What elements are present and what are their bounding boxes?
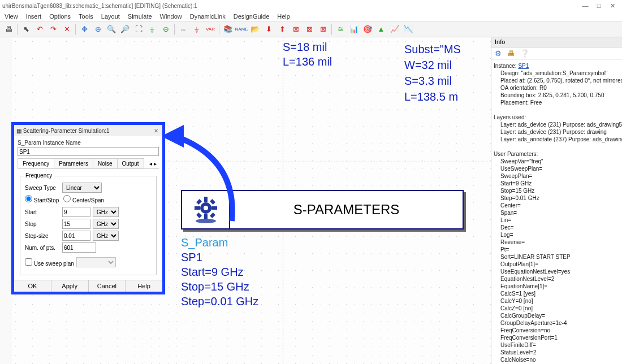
simulate-icon[interactable]: ≋ (334, 23, 347, 36)
svg-rect-1 (204, 197, 208, 202)
user-param-row: SweepVar="freq" (500, 158, 620, 165)
push-icon[interactable]: ⬇ (262, 23, 275, 36)
gear-icon (192, 196, 220, 224)
menu-tools[interactable]: Tools (79, 13, 93, 20)
radio-start-stop[interactable]: Start/Stop (25, 195, 59, 203)
delete-icon[interactable]: ✕ (61, 23, 73, 36)
select-icon[interactable]: ⬉ (20, 23, 32, 36)
instance-name: SP1 (181, 250, 258, 265)
step-field[interactable] (62, 231, 90, 241)
apply-button[interactable]: Apply (51, 280, 89, 292)
help-icon[interactable]: ❔ (520, 49, 529, 58)
print-icon[interactable]: 🖶 (2, 23, 15, 36)
instance-name-field[interactable] (18, 147, 159, 156)
user-param-row: SweepPlan= (500, 172, 620, 180)
stop-field[interactable] (62, 219, 90, 229)
wire-icon[interactable]: ⎓ (177, 23, 189, 36)
s-parameters-block[interactable]: S-PARAMETERS (181, 190, 464, 229)
pan-icon[interactable]: ⊕ (92, 23, 104, 36)
schematic-param-s2: S=3.3 mil (404, 75, 452, 88)
port-icon[interactable]: ⊖ (159, 23, 172, 36)
undo-icon[interactable]: ↶ (33, 23, 46, 36)
zoom-out-icon[interactable]: 🔎 (119, 23, 131, 36)
schematic-param-l2: L=138.5 m (404, 90, 458, 103)
tab-scroll[interactable]: ◂ ▸ (147, 161, 159, 167)
dialog-close-icon[interactable]: ✕ (152, 128, 160, 134)
short-icon[interactable]: ⊠ (303, 23, 316, 36)
data-icon[interactable]: 📉 (402, 23, 414, 36)
ground2-icon[interactable]: ⏚ (191, 23, 203, 36)
optimize-icon[interactable]: 🎯 (361, 23, 374, 36)
group-frequency-label: Frequency (24, 172, 54, 179)
dialog-titlebar[interactable]: ▦ Scattering-Parameter Simulation:1 ✕ (14, 125, 162, 136)
user-param-row: UseSweepPlan= (500, 165, 620, 172)
tab-output[interactable]: Output (117, 158, 144, 168)
user-param-row: CalcY=0 [no] (500, 297, 620, 305)
user-param-row: Sort=LINEAR START STEP (500, 253, 620, 261)
info-placement: Placement: Free (494, 99, 620, 106)
layers-head: Layers used: (494, 114, 620, 121)
user-param-row: GroupDelayAperture=1e-4 (500, 319, 620, 327)
npts-field[interactable] (62, 242, 96, 253)
menu-insert[interactable]: Insert (26, 13, 42, 20)
radio-center-span[interactable]: Center/Span (63, 195, 104, 203)
disable-icon[interactable]: ⊠ (290, 23, 302, 36)
toolbar: 🖶 ⬉ ↶ ↷ ✕ ✥ ⊕ 🔍 🔎 ⛶ ⏚ ⊖ ⎓ ⏚ VAR 📚 NAME 📂… (0, 21, 622, 37)
menu-options[interactable]: Options (49, 13, 71, 20)
svg-rect-3 (195, 206, 200, 210)
schematic-param-s: S=18 mil (283, 41, 327, 54)
zoom-fit-icon[interactable]: ⛶ (132, 23, 145, 36)
ground-icon[interactable]: ⏚ (146, 23, 158, 36)
var-icon[interactable]: VAR (204, 23, 217, 36)
user-param-row: Stop=15 GHz (500, 187, 620, 194)
info-body[interactable]: Instance: SP1 Design: "ads_simulation:S_… (491, 60, 622, 364)
name-icon[interactable]: NAME (235, 23, 248, 36)
menu-simulate[interactable]: Simulate (128, 13, 152, 20)
display-icon[interactable]: 📈 (388, 23, 401, 36)
layer-row: Layer: ads_annotate (237) Purpose: ads_d… (494, 136, 620, 143)
menu-view[interactable]: View (5, 13, 18, 20)
schematic-param-l: L=136 mil (283, 55, 332, 68)
sweep-type-label: Sweep Type (25, 185, 60, 191)
start-field[interactable] (62, 207, 90, 217)
ok-button[interactable]: OK (14, 280, 51, 292)
tab-noise[interactable]: Noise (93, 158, 118, 168)
menu-designguide[interactable]: DesignGuide (234, 13, 270, 20)
cancel-button[interactable]: Cancel (89, 280, 126, 292)
schematic-canvas[interactable]: S=18 mil L=136 mil Subst="MS W=32 mil S=… (11, 37, 491, 364)
tab-parameters[interactable]: Parameters (54, 158, 93, 168)
start-unit-select[interactable]: GHz (93, 207, 119, 217)
menu-window[interactable]: Window (160, 13, 182, 20)
use-sweep-plan-checkbox[interactable]: Use sweep plan (25, 258, 74, 267)
left-palette[interactable] (0, 37, 11, 364)
stop-unit-select[interactable]: GHz (93, 219, 119, 229)
print-info-icon[interactable]: 🖶 (507, 49, 515, 58)
menu-layout[interactable]: Layout (101, 13, 120, 20)
sweep-plan-select (76, 257, 116, 267)
minimize-button[interactable]: — (581, 2, 589, 10)
s-parameters-params[interactable]: S_Param SP1 Start=9 GHz Stop=15 GHz Step… (181, 235, 258, 309)
menu-dynamiclink[interactable]: DynamicLink (190, 13, 226, 20)
move-icon[interactable]: ✥ (78, 23, 90, 36)
redo-icon[interactable]: ↷ (47, 23, 59, 36)
close-button[interactable]: ✕ (608, 2, 616, 10)
pop-icon[interactable]: ⬆ (276, 23, 288, 36)
menu-help[interactable]: Help (277, 13, 290, 20)
maximize-button[interactable]: □ (595, 2, 603, 10)
deactivate-icon[interactable]: ⊠ (317, 23, 329, 36)
user-params-head: User Parameters: (494, 150, 620, 158)
user-param-row: FreqConversionPort=1 (500, 334, 620, 341)
hierarchy-icon[interactable]: 📂 (249, 23, 261, 36)
library-icon[interactable]: 📚 (222, 23, 234, 36)
help-button[interactable]: Help (126, 280, 162, 292)
tab-frequency[interactable]: Frequency (18, 158, 54, 168)
step-unit-select[interactable]: GHz (93, 231, 119, 241)
user-param-row: Pt= (500, 246, 620, 253)
user-param-row: EquationName[1]= (500, 283, 620, 290)
sweep-type-select[interactable]: Linear (62, 183, 102, 193)
tune-icon[interactable]: 📊 (348, 23, 360, 36)
instance-link[interactable]: SP1 (518, 63, 529, 69)
up-icon[interactable]: ▲ (375, 23, 387, 36)
zoom-in-icon[interactable]: 🔍 (105, 23, 118, 36)
gear-icon[interactable]: ⚙ (495, 49, 502, 58)
